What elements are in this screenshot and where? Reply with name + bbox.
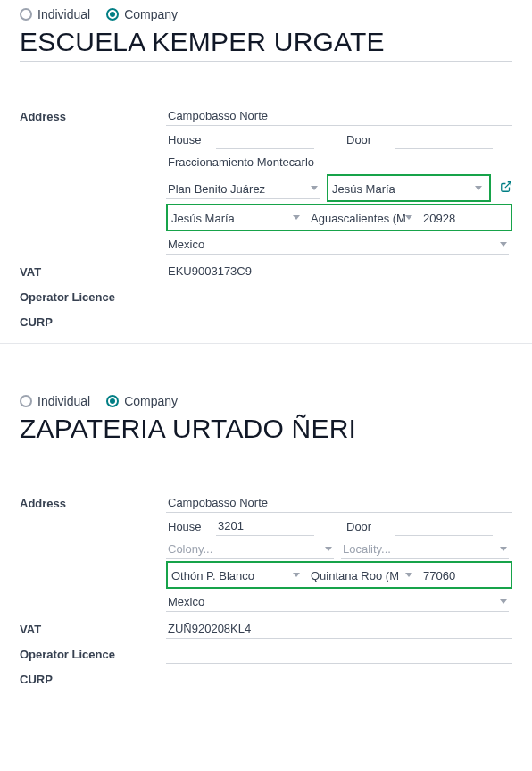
street2-input[interactable] xyxy=(166,151,512,172)
country-select[interactable] xyxy=(166,233,509,255)
house-number-input[interactable] xyxy=(216,515,314,536)
colony-select[interactable] xyxy=(166,178,320,199)
vat-input[interactable] xyxy=(166,617,512,639)
radio-individual[interactable]: Individual xyxy=(20,394,90,408)
vat-input[interactable] xyxy=(166,260,512,281)
partner-form-1: Individual Company ESCUELA KEMPER URGATE… xyxy=(0,0,532,344)
locality-select[interactable] xyxy=(330,178,484,198)
door-input[interactable] xyxy=(395,515,493,536)
door-label: Door xyxy=(345,515,391,536)
company-name-title[interactable]: ESCUELA KEMPER URGATE xyxy=(20,27,512,62)
operator-licence-input[interactable] xyxy=(166,642,512,664)
radio-individual-label: Individual xyxy=(37,7,90,21)
operator-licence-label: Operator Licence xyxy=(20,642,166,661)
radio-company[interactable]: Company xyxy=(106,7,178,21)
state-select[interactable] xyxy=(309,207,414,228)
zip-input[interactable] xyxy=(421,565,491,585)
company-type-row: Individual Company xyxy=(20,7,512,21)
company-type-row: Individual Company xyxy=(20,394,512,408)
address-label: Address xyxy=(20,491,166,510)
radio-individual-label: Individual xyxy=(37,394,90,408)
street-input[interactable] xyxy=(166,491,512,513)
colony-select[interactable] xyxy=(166,538,334,559)
vat-label: VAT xyxy=(20,617,166,636)
radio-company[interactable]: Company xyxy=(106,394,178,408)
state-select[interactable] xyxy=(309,565,414,585)
radio-company-label: Company xyxy=(124,394,178,408)
vat-label: VAT xyxy=(20,260,166,279)
door-label: Door xyxy=(345,129,391,149)
partner-form-2: Individual Company ZAPATERIA URTADO ÑERI… xyxy=(0,387,532,700)
street-input[interactable] xyxy=(166,105,512,126)
curp-label: CURP xyxy=(20,310,166,329)
operator-licence-input[interactable] xyxy=(166,285,512,306)
house-number-input[interactable] xyxy=(216,128,314,149)
city-select[interactable] xyxy=(170,565,302,585)
door-input[interactable] xyxy=(395,128,493,149)
house-label: House xyxy=(166,129,212,149)
locality-select[interactable] xyxy=(341,538,509,559)
zip-input[interactable] xyxy=(421,207,491,228)
radio-individual[interactable]: Individual xyxy=(20,7,90,21)
radio-company-label: Company xyxy=(124,7,178,21)
operator-licence-label: Operator Licence xyxy=(20,285,166,304)
svg-line-0 xyxy=(505,182,511,188)
curp-label: CURP xyxy=(20,667,166,686)
house-label: House xyxy=(166,515,212,536)
external-link-icon[interactable] xyxy=(500,180,512,196)
company-name-title[interactable]: ZAPATERIA URTADO ÑERI xyxy=(20,414,512,448)
address-label: Address xyxy=(20,105,166,123)
city-select[interactable] xyxy=(170,207,302,228)
country-select[interactable] xyxy=(166,591,509,612)
